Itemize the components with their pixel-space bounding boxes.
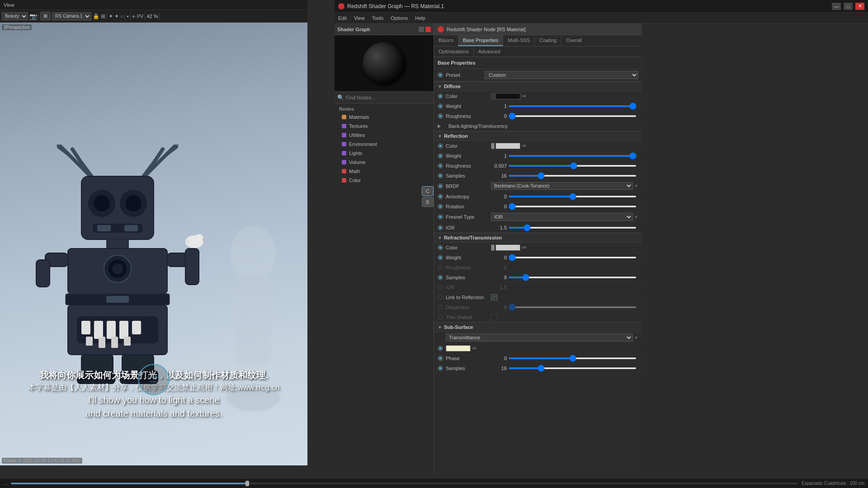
refraction-samples-slider[interactable] [509, 277, 637, 278]
reflection-brdf-radio[interactable] [438, 183, 443, 189]
reflection-section-header[interactable]: ▼ Reflection [434, 131, 642, 141]
menu-edit[interactable]: Edit [338, 15, 347, 21]
reflection-color-value[interactable] [495, 143, 520, 149]
close-btn[interactable]: ✕ [855, 3, 864, 10]
tab-overall[interactable]: Overall [561, 35, 586, 46]
diffuse-weight-radio[interactable] [438, 103, 443, 109]
link-reflection-checkbox[interactable]: ✓ [491, 294, 497, 300]
thin-walled-checkbox[interactable] [491, 314, 497, 320]
timeline[interactable] [11, 483, 798, 484]
camera-select[interactable]: RS Cámara.1 [52, 12, 91, 20]
reflection-samples-slider[interactable] [509, 175, 637, 177]
refraction-roughness-radio[interactable] [438, 265, 443, 270]
menu-options[interactable]: Options [391, 15, 408, 21]
reflection-ior-radio[interactable] [438, 225, 443, 230]
refraction-color-value[interactable] [495, 244, 520, 251]
sg-close-icon[interactable] [425, 27, 431, 32]
subsurface-section-header[interactable]: ▼ Sub-Surface [434, 322, 642, 332]
refraction-color-edit-icon[interactable]: ✏ [522, 244, 527, 251]
tab-coating[interactable]: Coating [535, 35, 561, 46]
reflection-rotation-slider[interactable] [509, 206, 637, 207]
reflection-weight-slider[interactable] [509, 155, 637, 157]
node-item-environment[interactable]: Environment [335, 140, 434, 149]
refraction-weight-slider[interactable] [509, 257, 637, 258]
diffuse-section-header[interactable]: ▼ Diffuse [434, 81, 642, 91]
menu-tools[interactable]: Tools [372, 15, 384, 21]
tab-multi-sss[interactable]: Multi-SSS [503, 35, 535, 46]
diffuse-roughness-radio[interactable] [438, 113, 443, 119]
reflection-color-swatch[interactable] [491, 143, 495, 149]
node-item-volume[interactable]: Volume [335, 158, 434, 167]
separator [38, 13, 39, 20]
diffuse-color-swatch[interactable] [491, 93, 495, 99]
node-item-color[interactable]: Color [335, 176, 434, 185]
refraction-section-header[interactable]: ▼ Refraction/Transmission [434, 233, 642, 243]
subsurface-samples-radio[interactable] [438, 366, 443, 371]
subsurface-samples-slider[interactable] [509, 367, 637, 369]
reflection-weight-radio[interactable] [438, 153, 443, 159]
tab-optimizations[interactable]: Optimizations [434, 47, 474, 56]
node-item-textures[interactable]: Textures [335, 122, 434, 131]
sg-settings-icon[interactable] [419, 27, 424, 32]
viewport-scene[interactable]: 2Perspective [0, 23, 307, 465]
preset-select[interactable]: Custom [485, 71, 638, 79]
reflection-anisotropy-slider[interactable] [509, 196, 637, 197]
link-reflection-radio[interactable] [438, 295, 443, 300]
separator6 [159, 13, 160, 20]
subsurface-color-radio[interactable] [438, 346, 443, 351]
tab-basico[interactable]: Básico [434, 35, 458, 46]
refraction-color-radio[interactable] [438, 245, 443, 250]
minimize-btn[interactable]: — [832, 3, 841, 10]
backlighting-row[interactable]: ▶ Back-lighting/Translucency [434, 121, 642, 131]
shader-graph-title: Shader Graph [337, 27, 370, 32]
menu-view[interactable]: View [354, 15, 365, 21]
subsurface-color-swatch[interactable] [446, 345, 471, 352]
reflection-samples-radio[interactable] [438, 173, 443, 178]
reflection-color-radio[interactable] [438, 143, 443, 149]
maximize-btn[interactable]: □ [844, 3, 853, 10]
node-item-math[interactable]: Math [335, 167, 434, 176]
timeline-handle[interactable] [245, 481, 249, 486]
node-c[interactable]: C [422, 186, 434, 196]
refraction-ior-radio[interactable] [438, 285, 443, 290]
beauty-select[interactable]: Beauty [2, 12, 28, 20]
tab-base-properties[interactable]: Base Properties [458, 35, 503, 46]
diffuse-color-radio[interactable] [438, 94, 443, 99]
menu-help[interactable]: Help [415, 15, 425, 21]
reflection-ior-slider[interactable] [509, 227, 637, 229]
reflection-roughness-row: Roughness 0.507 [434, 161, 642, 171]
reflection-roughness-slider[interactable] [509, 165, 637, 167]
refraction-weight-radio[interactable] [438, 255, 443, 260]
reflection-roughness-radio[interactable] [438, 163, 443, 169]
tab-advanced[interactable]: Advanced [474, 47, 505, 56]
view-menu-item[interactable]: View [4, 2, 14, 8]
diffuse-weight-slider[interactable] [509, 105, 637, 107]
diffuse-color-value[interactable] [495, 93, 520, 99]
refraction-color-swatch[interactable] [491, 244, 495, 251]
subsurface-phase-slider[interactable] [509, 357, 637, 359]
preset-radio[interactable] [438, 72, 443, 78]
subsurface-color-edit-icon[interactable]: ✏ [472, 345, 477, 352]
reflection-color-edit-icon[interactable]: ✏ [522, 143, 527, 149]
reflection-rotation-radio[interactable] [438, 204, 443, 209]
node-item-utilities[interactable]: Utilities [335, 131, 434, 140]
dispersion-slider[interactable] [509, 306, 637, 308]
refraction-samples-radio[interactable] [438, 275, 443, 280]
node-s[interactable]: S [422, 197, 434, 207]
subsurface-samples-label: Samples [446, 366, 491, 371]
reflection-anisotropy-radio[interactable] [438, 194, 443, 199]
diffuse-color-edit-icon[interactable]: ✏ [522, 93, 527, 99]
subsurface-type-select[interactable]: Transmittance [446, 333, 633, 342]
reflection-fresnel-radio[interactable] [438, 214, 443, 220]
fresnel-select[interactable]: IOR [491, 213, 633, 221]
node-item-materials[interactable]: Materials [335, 113, 434, 122]
find-nodes-label[interactable]: Find Nodes... [346, 95, 375, 100]
thin-walled-radio[interactable] [438, 314, 443, 320]
dispersion-radio[interactable] [438, 305, 443, 310]
diffuse-roughness-slider[interactable] [509, 115, 637, 117]
transform-btn[interactable]: ⊞ [40, 12, 51, 20]
node-item-lights[interactable]: Lights [335, 149, 434, 158]
refraction-color-row: Color ✏ [434, 243, 642, 253]
subsurface-phase-radio[interactable] [438, 356, 443, 361]
brdf-select[interactable]: Beckmann (Cook-Torrance) [491, 182, 633, 190]
